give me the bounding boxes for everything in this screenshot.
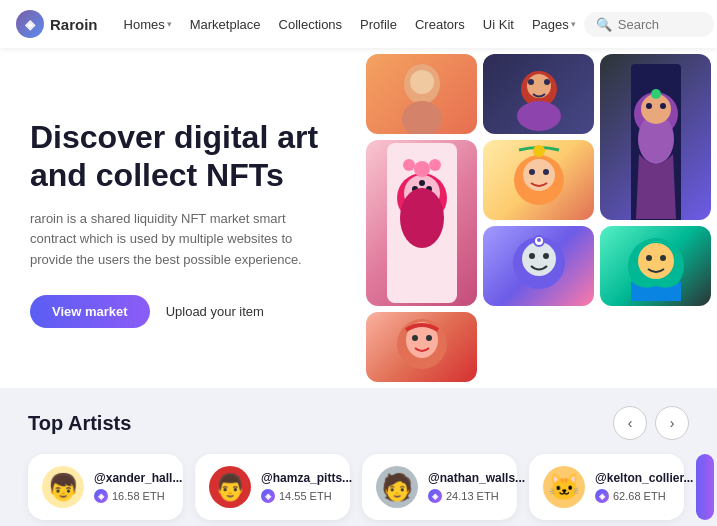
artist-avatar-2: 🧑	[376, 466, 418, 508]
art-card-3[interactable]	[600, 54, 711, 220]
artists-section: Top Artists ‹ › 👦 @xander_hall... ◈ 16.5…	[0, 388, 717, 526]
logo-icon: ◈	[16, 10, 44, 38]
svg-point-20	[400, 188, 444, 248]
logo-text: Raroin	[50, 16, 98, 33]
svg-point-21	[414, 161, 430, 177]
view-market-button[interactable]: View market	[30, 295, 150, 328]
nav-uikit[interactable]: Ui Kit	[475, 13, 522, 36]
nav-homes[interactable]: Homes ▾	[116, 13, 180, 36]
svg-point-4	[517, 101, 561, 131]
svg-point-27	[529, 169, 535, 175]
artist-name-2: @nathan_walls...	[428, 471, 525, 485]
artist-card-3[interactable]: 🐱 @kelton_collier... ◈ 62.68 ETH	[529, 454, 684, 520]
nav-pages-label: Pages	[532, 17, 569, 32]
artist-eth-3: ◈ 62.68 ETH	[595, 489, 693, 503]
svg-point-37	[638, 243, 674, 279]
artist-eth-0: ◈ 16.58 ETH	[94, 489, 182, 503]
art-card-4[interactable]	[366, 140, 477, 306]
artist-eth-value-3: 62.68 ETH	[613, 490, 666, 502]
eth-icon-1: ◈	[261, 489, 275, 503]
artist-name-0: @xander_hall...	[94, 471, 182, 485]
nav-uikit-label: Ui Kit	[483, 17, 514, 32]
svg-point-6	[528, 79, 534, 85]
artist-info-3: @kelton_collier... ◈ 62.68 ETH	[595, 471, 693, 503]
svg-point-7	[544, 79, 550, 85]
artist-avatar-1: 👨	[209, 466, 251, 508]
artist-eth-value-2: 24.13 ETH	[446, 490, 499, 502]
artists-next-button[interactable]: ›	[655, 406, 689, 440]
artist-eth-1: ◈ 14.55 ETH	[261, 489, 352, 503]
svg-point-42	[412, 335, 418, 341]
svg-point-32	[529, 253, 535, 259]
svg-point-23	[429, 159, 441, 171]
hero-title: Discover digital art and collect NFTs	[30, 118, 330, 195]
eth-icon-2: ◈	[428, 489, 442, 503]
svg-point-31	[522, 242, 556, 276]
svg-point-13	[660, 103, 666, 109]
art-figure-7	[600, 226, 711, 306]
artist-eth-value-0: 16.58 ETH	[112, 490, 165, 502]
nav-links: Homes ▾ Marketplace Collections Profile …	[116, 13, 584, 36]
artist-card-1[interactable]: 👨 @hamza_pitts... ◈ 14.55 ETH	[195, 454, 350, 520]
art-card-5[interactable]	[483, 140, 594, 220]
svg-point-5	[527, 74, 551, 98]
svg-point-12	[646, 103, 652, 109]
search-icon: 🔍	[596, 17, 612, 32]
artist-info-1: @hamza_pitts... ◈ 14.55 ETH	[261, 471, 352, 503]
logo[interactable]: ◈ Raroin	[16, 10, 98, 38]
art-grid	[360, 48, 717, 388]
art-card-1[interactable]	[366, 54, 477, 134]
svg-point-29	[533, 145, 545, 157]
search-box: 🔍	[584, 12, 714, 37]
nav-pages-caret: ▾	[571, 19, 576, 29]
artist-nav-arrows: ‹ ›	[613, 406, 689, 440]
artist-name-1: @hamza_pitts...	[261, 471, 352, 485]
nav-creators[interactable]: Creators	[407, 13, 473, 36]
svg-point-24	[419, 180, 425, 186]
artists-prev-button[interactable]: ‹	[613, 406, 647, 440]
nav-collections[interactable]: Collections	[271, 13, 351, 36]
art-card-8[interactable]	[366, 312, 477, 382]
art-card-2[interactable]	[483, 54, 594, 134]
svg-point-22	[403, 159, 415, 171]
artist-card-0[interactable]: 👦 @xander_hall... ◈ 16.58 ETH	[28, 454, 183, 520]
svg-point-38	[646, 255, 652, 261]
hero-section: Discover digital art and collect NFTs ra…	[0, 48, 717, 388]
artist-info-0: @xander_hall... ◈ 16.58 ETH	[94, 471, 182, 503]
artists-header: Top Artists ‹ ›	[28, 406, 689, 440]
search-input[interactable]	[618, 17, 708, 32]
art-figure-6	[483, 226, 594, 306]
artist-card-partial	[696, 454, 714, 520]
artists-title: Top Artists	[28, 412, 131, 435]
nav-creators-label: Creators	[415, 17, 465, 32]
upload-item-button[interactable]: Upload your item	[166, 304, 264, 319]
art-figure-3	[600, 54, 711, 220]
art-card-6[interactable]	[483, 226, 594, 306]
art-card-7[interactable]	[600, 226, 711, 306]
svg-point-39	[660, 255, 666, 261]
artist-name-3: @kelton_collier...	[595, 471, 693, 485]
nav-homes-caret: ▾	[167, 19, 172, 29]
artist-eth-2: ◈ 24.13 ETH	[428, 489, 525, 503]
art-figure-8	[366, 312, 477, 382]
eth-icon-3: ◈	[595, 489, 609, 503]
svg-point-33	[543, 253, 549, 259]
artist-info-2: @nathan_walls... ◈ 24.13 ETH	[428, 471, 525, 503]
artist-card-2[interactable]: 🧑 @nathan_walls... ◈ 24.13 ETH	[362, 454, 517, 520]
nav-marketplace[interactable]: Marketplace	[182, 13, 269, 36]
nav-pages[interactable]: Pages ▾	[524, 13, 584, 36]
svg-point-14	[651, 89, 661, 99]
hero-content: Discover digital art and collect NFTs ra…	[0, 48, 360, 388]
svg-point-35	[537, 238, 541, 242]
art-figure-2	[483, 54, 594, 134]
artists-list: 👦 @xander_hall... ◈ 16.58 ETH 👨 @hamza_p…	[28, 454, 689, 520]
nav-profile-label: Profile	[360, 17, 397, 32]
svg-point-1	[402, 101, 442, 134]
nav-homes-label: Homes	[124, 17, 165, 32]
hero-buttons: View market Upload your item	[30, 295, 330, 328]
art-figure-1	[366, 54, 477, 134]
hero-description: raroin is a shared liquidity NFT market …	[30, 209, 330, 271]
art-figure-5	[483, 140, 594, 220]
artist-avatar-3: 🐱	[543, 466, 585, 508]
nav-profile[interactable]: Profile	[352, 13, 405, 36]
